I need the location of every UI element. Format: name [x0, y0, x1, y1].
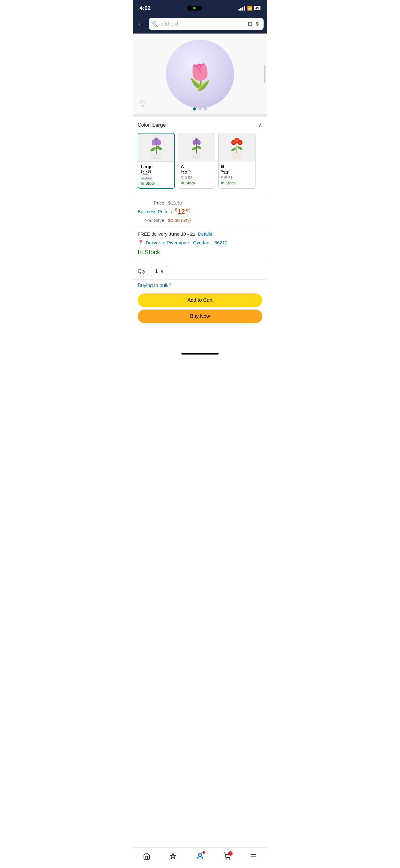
scroll-indicator: [264, 65, 265, 83]
qty-label: Qty:: [138, 269, 147, 274]
variant-image-large: [138, 133, 174, 161]
chevron-up-icon[interactable]: ∧: [258, 122, 262, 128]
search-input[interactable]: add text: [161, 21, 245, 27]
variant-plant-svg-b: [227, 136, 247, 159]
mic-icon[interactable]: 🎙: [255, 21, 261, 27]
variant-image-b: [219, 133, 255, 161]
delivery-section: FREE delivery June 10 - 21. Details 📍 De…: [133, 227, 267, 262]
product-image-area: 🌷 ♡: [133, 34, 267, 114]
svg-point-26: [238, 141, 241, 144]
price-label: Price:: [138, 200, 166, 206]
variant-image-a: [178, 133, 215, 161]
color-label: Color: Large: [138, 122, 166, 128]
search-bar[interactable]: 🔍 add text ⊡ 🎙: [149, 18, 264, 30]
bottom-spacer: [133, 326, 267, 351]
status-indicators: 📶 49: [238, 6, 261, 10]
variant-card-b[interactable]: B $1473 $15.51 In Stock: [218, 133, 256, 189]
svg-point-20: [237, 146, 243, 151]
image-dot-1[interactable]: [193, 107, 196, 111]
search-row: ← 🔍 add text ⊡ 🎙: [133, 16, 267, 34]
variant-plant-svg-a: [189, 136, 204, 159]
variant-orig-price-a: $13.53: [181, 176, 212, 180]
variant-name-a: A: [181, 164, 212, 169]
status-bar: 4:02 📶 49: [133, 0, 267, 16]
variant-info-b: B $1473 $15.51 In Stock: [219, 161, 255, 188]
location-pin-icon: 📍: [138, 240, 144, 246]
home-indicator: [181, 353, 219, 354]
deliver-to-text[interactable]: Deliver to Riverstone - Overlan... 66210: [146, 240, 227, 245]
qty-section: Qty: 1 ∨: [133, 262, 267, 280]
variant-price-large: $1285: [141, 170, 172, 176]
variant-orig-price-b: $15.51: [221, 176, 253, 180]
deliver-to-row[interactable]: 📍 Deliver to Riverstone - Overlan... 662…: [138, 240, 262, 246]
status-time: 4:02: [139, 5, 151, 11]
you-save-value: $0.68 (5%): [168, 218, 191, 223]
camera-search-icon[interactable]: ⊡: [248, 21, 253, 27]
original-price-row: Price: $13.53: [138, 200, 262, 206]
search-icon: 🔍: [152, 21, 158, 27]
svg-point-4: [156, 145, 163, 151]
variant-stock-large: In Stock: [141, 181, 172, 186]
image-dots: [193, 107, 207, 111]
you-save-label: You Save:: [138, 218, 166, 223]
variant-name-b: B: [221, 164, 253, 169]
svg-rect-1: [151, 154, 161, 158]
variant-card-a[interactable]: A $1285 $13.53 In Stock: [178, 133, 215, 189]
variant-info-large: Large $1285 $13.53 In Stock: [138, 161, 174, 188]
color-selected-value: Large: [152, 122, 166, 128]
wishlist-button[interactable]: ♡: [139, 99, 146, 108]
business-price-value: $12.85: [175, 207, 190, 216]
svg-point-12: [196, 145, 202, 150]
svg-point-7: [157, 140, 161, 146]
svg-point-3: [150, 147, 157, 152]
battery-indicator: 49: [254, 6, 261, 10]
delivery-text: FREE delivery June 10 - 21. Details: [138, 231, 262, 237]
buying-bulk-link[interactable]: Buying in bulk?: [133, 280, 267, 293]
svg-point-11: [191, 146, 197, 151]
business-price-label[interactable]: Business Price: [138, 209, 168, 214]
delivery-details-link[interactable]: Details: [198, 231, 212, 237]
svg-rect-9: [193, 153, 201, 157]
svg-point-6: [152, 140, 156, 146]
color-section: Color: Large ∧: [133, 117, 267, 195]
add-to-cart-area: Add to Cart Buy Now: [133, 293, 267, 326]
svg-point-24: [232, 141, 235, 144]
qty-selector[interactable]: 1 ∨: [151, 266, 168, 276]
camera-pill: [187, 6, 202, 10]
business-price-chevron-icon[interactable]: ∨: [170, 210, 173, 214]
color-label-text: Color:: [138, 122, 151, 128]
business-price-row: Business Price ∨ $12.85: [138, 207, 262, 216]
add-to-cart-button[interactable]: Add to Cart: [138, 293, 262, 307]
variant-orig-price-large: $13.53: [141, 176, 172, 180]
variants-row: Large $1285 $13.53 In Stock: [138, 133, 262, 190]
back-button[interactable]: ←: [136, 19, 146, 29]
svg-point-14: [193, 140, 196, 145]
section-divider: [133, 114, 267, 117]
image-dot-3[interactable]: [204, 107, 207, 111]
variant-price-a: $1285: [181, 169, 212, 175]
wifi-icon: 📶: [247, 6, 253, 10]
you-save-row: You Save: $0.68 (5%): [138, 218, 262, 223]
buy-now-button[interactable]: Buy Now: [138, 310, 262, 323]
svg-rect-17: [232, 153, 242, 157]
variant-name-large: Large: [141, 164, 172, 169]
qty-value: 1: [155, 269, 158, 274]
svg-point-15: [197, 140, 201, 145]
original-price: $13.53: [168, 200, 182, 206]
qty-chevron-icon: ∨: [160, 268, 164, 274]
signal-icon: [238, 6, 245, 10]
qty-row: Qty: 1 ∨: [138, 266, 262, 276]
price-section: Price: $13.53 Business Price ∨ $12.85 Yo…: [133, 195, 267, 227]
variant-stock-a: In Stock: [181, 181, 212, 185]
svg-point-25: [235, 139, 239, 143]
svg-point-19: [231, 147, 237, 152]
camera-indicator: [193, 7, 196, 9]
image-dot-2[interactable]: [198, 107, 202, 111]
variant-stock-b: In Stock: [221, 181, 253, 185]
variant-price-b: $1473: [221, 169, 253, 175]
variant-info-a: A $1285 $13.53 In Stock: [178, 161, 215, 188]
product-main-image: 🌷: [166, 40, 234, 108]
variant-card-large[interactable]: Large $1285 $13.53 In Stock: [138, 133, 175, 189]
color-header: Color: Large ∧: [138, 122, 262, 128]
in-stock-label: In Stock: [138, 249, 262, 256]
